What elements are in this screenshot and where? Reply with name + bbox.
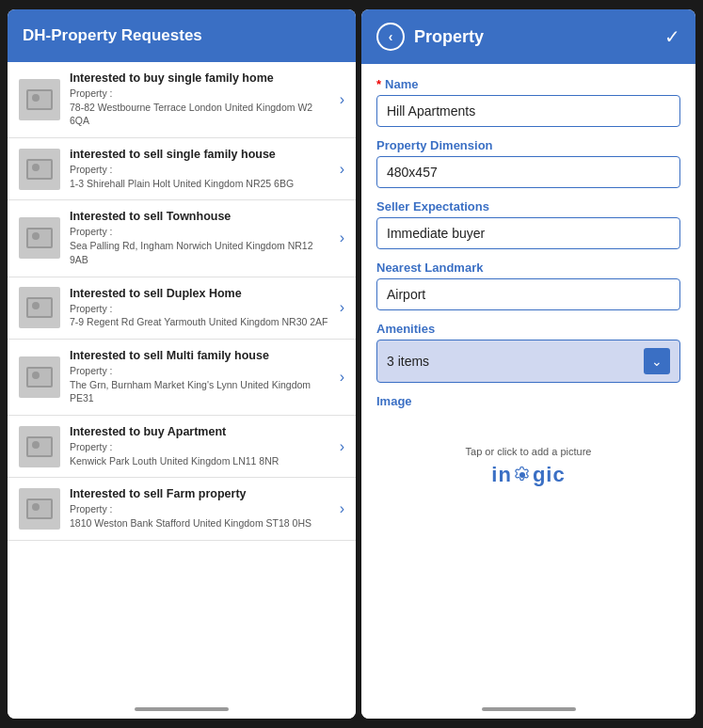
item-title: Interested to sell Multi family house <box>70 349 334 362</box>
logo-in: in <box>491 463 512 487</box>
item-title: Interested to buy Apartment <box>70 425 334 438</box>
item-content: interested to sell single family house P… <box>70 148 334 190</box>
item-content: Interested to sell Farm property Propert… <box>70 487 334 530</box>
home-indicator-left <box>8 700 356 719</box>
home-indicator-right <box>361 700 695 719</box>
item-subtitle: Property :1-3 Shirehall Plain Holt Unite… <box>70 163 334 190</box>
back-button[interactable]: ‹ <box>376 23 405 51</box>
form-content: * Name Property Dimension Seller Expecta… <box>361 64 695 700</box>
item-title: interested to sell single family house <box>70 148 334 161</box>
save-button[interactable]: ✓ <box>664 25 680 48</box>
dimension-input[interactable] <box>376 156 680 188</box>
left-header: DH-Property Requestes <box>8 9 356 62</box>
item-thumbnail <box>19 426 60 467</box>
right-header: ‹ Property ✓ <box>361 9 695 64</box>
name-input[interactable] <box>376 95 680 127</box>
item-subtitle: Property :78-82 Westbourne Terrace Londo… <box>70 87 334 128</box>
chevron-right-icon: › <box>340 91 344 108</box>
chevron-right-icon: › <box>340 500 344 517</box>
chevron-right-icon: › <box>340 229 344 246</box>
amenities-field-group: Amenities 3 items ⌄ <box>376 322 680 383</box>
amenities-dropdown[interactable]: 3 items ⌄ <box>376 340 680 383</box>
item-content: Interested to sell Townhouse Property :S… <box>70 210 334 266</box>
item-thumbnail <box>19 488 60 530</box>
item-title: Interested to sell Townhouse <box>70 210 334 223</box>
expectations-label: Seller Expectations <box>376 199 680 214</box>
item-thumbnail <box>19 356 60 398</box>
amenities-label: Amenities <box>376 322 680 336</box>
image-label: Image <box>376 394 680 408</box>
item-thumbnail <box>19 217 60 259</box>
item-content: Interested to sell Duplex Home Property … <box>70 287 334 329</box>
property-image <box>26 159 53 180</box>
left-header-title: DH-Property Requestes <box>23 26 202 44</box>
item-subtitle: Property :The Grn, Burnham Market King's… <box>70 364 334 405</box>
property-image <box>26 499 53 519</box>
dimension-label: Property Dimension <box>376 138 680 152</box>
item-thumbnail <box>19 287 60 328</box>
list-item[interactable]: Interested to sell Multi family house Pr… <box>8 340 356 416</box>
gear-icon <box>513 466 532 484</box>
page-title: Property <box>414 27 664 47</box>
image-section: Image Tap or click to add a picture in g… <box>376 394 680 497</box>
image-placeholder[interactable]: Tap or click to add a picture in gic <box>376 436 680 497</box>
right-panel: ‹ Property ✓ * Name Property Dimension <box>361 9 695 719</box>
home-bar-right <box>482 707 576 711</box>
required-star: * <box>376 77 381 91</box>
list-item[interactable]: Interested to sell Townhouse Property :S… <box>8 200 356 277</box>
expectations-input[interactable] <box>376 217 680 249</box>
expectations-field-group: Seller Expectations <box>376 199 680 249</box>
item-title: Interested to buy single family home <box>70 71 334 85</box>
amenities-value: 3 items <box>387 354 429 369</box>
item-content: Interested to buy Apartment Property :Ke… <box>70 425 334 467</box>
property-image <box>26 297 53 318</box>
list-item[interactable]: Interested to buy single family home Pro… <box>8 62 356 138</box>
chevron-right-icon: › <box>340 299 344 316</box>
home-bar-left <box>135 707 229 711</box>
item-title: Interested to sell Duplex Home <box>70 287 334 300</box>
back-icon: ‹ <box>389 29 393 44</box>
item-subtitle: Property :7-9 Regent Rd Great Yarmouth U… <box>70 302 334 329</box>
inogic-logo: in gic <box>491 463 565 487</box>
item-thumbnail <box>19 149 60 190</box>
list-item[interactable]: Interested to sell Farm property Propert… <box>8 478 356 540</box>
item-subtitle: Property :Sea Palling Rd, Ingham Norwich… <box>70 225 334 266</box>
property-image <box>26 436 53 457</box>
chevron-right-icon: › <box>340 438 344 455</box>
tap-text: Tap or click to add a picture <box>466 446 592 457</box>
property-image <box>26 89 53 110</box>
logo-gic: gic <box>533 463 566 487</box>
chevron-right-icon: › <box>340 161 344 178</box>
name-label: * Name <box>376 77 680 91</box>
chevron-right-icon: › <box>340 369 344 386</box>
landmark-label: Nearest Landmark <box>376 261 680 275</box>
dropdown-arrow-icon: ⌄ <box>644 348 670 374</box>
list-item[interactable]: Interested to buy Apartment Property :Ke… <box>8 416 356 478</box>
svg-point-0 <box>519 472 525 478</box>
list-item[interactable]: interested to sell single family house P… <box>8 138 356 200</box>
item-thumbnail <box>19 79 60 120</box>
dimension-field-group: Property Dimension <box>376 138 680 188</box>
name-field-group: * Name <box>376 77 680 127</box>
landmark-field-group: Nearest Landmark <box>376 261 680 310</box>
landmark-input[interactable] <box>376 278 680 310</box>
item-subtitle: Property :1810 Weston Bank Stafford Unit… <box>70 502 334 530</box>
property-image <box>26 367 53 388</box>
item-content: Interested to buy single family home Pro… <box>70 71 334 128</box>
item-title: Interested to sell Farm property <box>70 487 334 500</box>
item-content: Interested to sell Multi family house Pr… <box>70 349 334 405</box>
item-subtitle: Property :Kenwick Park Louth United King… <box>70 440 334 467</box>
property-list: Interested to buy single family home Pro… <box>8 62 356 700</box>
property-image <box>26 228 53 248</box>
left-panel: DH-Property Requestes Interested to buy … <box>8 9 356 719</box>
list-item[interactable]: Interested to sell Duplex Home Property … <box>8 277 356 340</box>
